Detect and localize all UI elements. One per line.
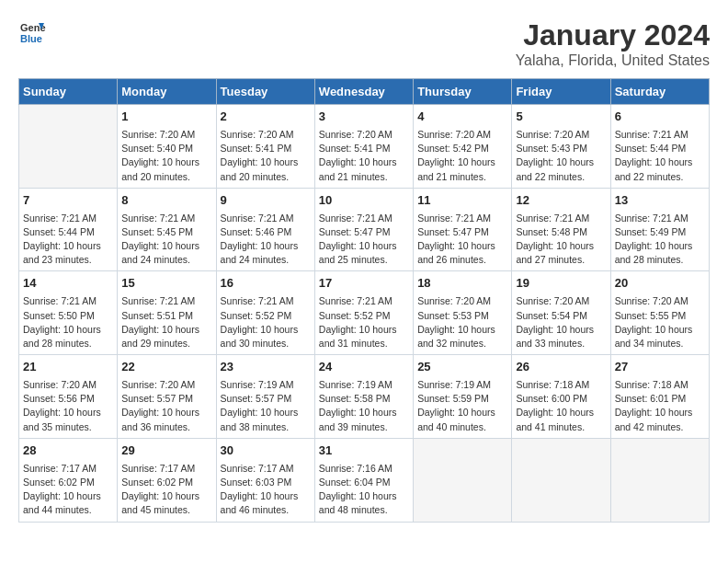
day-number: 16 bbox=[221, 275, 311, 293]
day-info: Sunrise: 7:19 AMSunset: 5:58 PMDaylight:… bbox=[319, 378, 409, 434]
day-info: Sunrise: 7:20 AMSunset: 5:41 PMDaylight:… bbox=[319, 128, 409, 184]
calendar-cell: 4Sunrise: 7:20 AMSunset: 5:42 PMDaylight… bbox=[414, 105, 512, 189]
day-number: 4 bbox=[417, 109, 507, 126]
calendar-cell: 28Sunrise: 7:17 AMSunset: 6:02 PMDayligh… bbox=[19, 438, 118, 522]
day-info: Sunrise: 7:17 AMSunset: 6:02 PMDaylight:… bbox=[23, 462, 113, 518]
calendar-cell: 13Sunrise: 7:21 AMSunset: 5:49 PMDayligh… bbox=[610, 188, 709, 271]
day-number: 23 bbox=[221, 359, 311, 376]
calendar-cell: 22Sunrise: 7:20 AMSunset: 5:57 PMDayligh… bbox=[118, 355, 216, 439]
calendar-header-row: SundayMondayTuesdayWednesdayThursdayFrid… bbox=[19, 79, 710, 105]
day-info: Sunrise: 7:19 AMSunset: 5:57 PMDaylight:… bbox=[221, 378, 311, 434]
calendar-cell: 6Sunrise: 7:21 AMSunset: 5:44 PMDaylight… bbox=[610, 105, 709, 189]
calendar-cell: 17Sunrise: 7:21 AMSunset: 5:52 PMDayligh… bbox=[314, 271, 413, 355]
day-info: Sunrise: 7:16 AMSunset: 6:04 PMDaylight:… bbox=[319, 462, 409, 518]
day-info: Sunrise: 7:21 AMSunset: 5:45 PMDaylight:… bbox=[121, 212, 211, 268]
calendar-cell: 31Sunrise: 7:16 AMSunset: 6:04 PMDayligh… bbox=[314, 438, 413, 522]
calendar-cell: 12Sunrise: 7:21 AMSunset: 5:48 PMDayligh… bbox=[512, 188, 610, 271]
day-info: Sunrise: 7:20 AMSunset: 5:53 PMDaylight:… bbox=[417, 294, 507, 350]
calendar-cell: 14Sunrise: 7:21 AMSunset: 5:50 PMDayligh… bbox=[19, 271, 118, 355]
day-info: Sunrise: 7:20 AMSunset: 5:42 PMDaylight:… bbox=[417, 128, 507, 184]
day-info: Sunrise: 7:20 AMSunset: 5:40 PMDaylight:… bbox=[121, 128, 211, 184]
day-info: Sunrise: 7:18 AMSunset: 6:00 PMDaylight:… bbox=[516, 378, 606, 434]
day-number: 2 bbox=[221, 109, 311, 126]
day-number: 5 bbox=[516, 109, 606, 126]
day-info: Sunrise: 7:21 AMSunset: 5:44 PMDaylight:… bbox=[23, 212, 113, 268]
calendar-cell: 25Sunrise: 7:19 AMSunset: 5:59 PMDayligh… bbox=[414, 355, 512, 439]
calendar-cell: 2Sunrise: 7:20 AMSunset: 5:41 PMDaylight… bbox=[216, 105, 314, 189]
calendar-cell bbox=[414, 438, 512, 522]
day-number: 29 bbox=[121, 442, 211, 460]
title-block: January 2024 Yalaha, Florida, United Sta… bbox=[516, 18, 710, 69]
calendar-cell: 15Sunrise: 7:21 AMSunset: 5:51 PMDayligh… bbox=[118, 271, 216, 355]
calendar-cell: 23Sunrise: 7:19 AMSunset: 5:57 PMDayligh… bbox=[216, 355, 314, 439]
day-number: 22 bbox=[121, 359, 211, 376]
day-info: Sunrise: 7:17 AMSunset: 6:03 PMDaylight:… bbox=[221, 462, 311, 518]
calendar-cell: 5Sunrise: 7:20 AMSunset: 5:43 PMDaylight… bbox=[512, 105, 610, 189]
day-info: Sunrise: 7:21 AMSunset: 5:52 PMDaylight:… bbox=[221, 294, 311, 350]
day-number: 11 bbox=[417, 192, 507, 210]
day-number: 17 bbox=[319, 275, 409, 293]
day-number: 25 bbox=[417, 359, 507, 376]
day-number: 8 bbox=[121, 192, 211, 210]
day-info: Sunrise: 7:20 AMSunset: 5:56 PMDaylight:… bbox=[23, 378, 113, 434]
calendar-cell: 3Sunrise: 7:20 AMSunset: 5:41 PMDaylight… bbox=[314, 105, 413, 189]
svg-text:Blue: Blue bbox=[20, 33, 42, 44]
day-number: 14 bbox=[23, 275, 113, 293]
page-header: General Blue January 2024 Yalaha, Florid… bbox=[18, 18, 710, 69]
calendar-title: January 2024 bbox=[516, 18, 710, 52]
day-number: 15 bbox=[121, 275, 211, 293]
header-wednesday: Wednesday bbox=[314, 79, 413, 105]
day-number: 7 bbox=[23, 192, 113, 210]
header-tuesday: Tuesday bbox=[216, 79, 314, 105]
day-info: Sunrise: 7:20 AMSunset: 5:57 PMDaylight:… bbox=[121, 378, 211, 434]
header-friday: Friday bbox=[512, 79, 610, 105]
calendar-cell: 21Sunrise: 7:20 AMSunset: 5:56 PMDayligh… bbox=[19, 355, 118, 439]
calendar-table: SundayMondayTuesdayWednesdayThursdayFrid… bbox=[18, 78, 710, 523]
day-number: 9 bbox=[221, 192, 311, 210]
calendar-cell: 20Sunrise: 7:20 AMSunset: 5:55 PMDayligh… bbox=[610, 271, 709, 355]
day-info: Sunrise: 7:21 AMSunset: 5:49 PMDaylight:… bbox=[615, 212, 705, 268]
calendar-cell: 29Sunrise: 7:17 AMSunset: 6:02 PMDayligh… bbox=[118, 438, 216, 522]
day-number: 3 bbox=[319, 109, 409, 126]
day-number: 19 bbox=[516, 275, 606, 293]
day-number: 31 bbox=[319, 442, 409, 460]
day-info: Sunrise: 7:18 AMSunset: 6:01 PMDaylight:… bbox=[615, 378, 705, 434]
day-number: 1 bbox=[121, 109, 211, 126]
calendar-cell bbox=[610, 438, 709, 522]
day-number: 13 bbox=[615, 192, 705, 210]
day-info: Sunrise: 7:17 AMSunset: 6:02 PMDaylight:… bbox=[121, 462, 211, 518]
day-info: Sunrise: 7:21 AMSunset: 5:46 PMDaylight:… bbox=[221, 212, 311, 268]
day-number: 27 bbox=[615, 359, 705, 376]
day-info: Sunrise: 7:21 AMSunset: 5:47 PMDaylight:… bbox=[319, 212, 409, 268]
day-number: 20 bbox=[615, 275, 705, 293]
calendar-subtitle: Yalaha, Florida, United States bbox=[516, 52, 710, 69]
calendar-cell: 16Sunrise: 7:21 AMSunset: 5:52 PMDayligh… bbox=[216, 271, 314, 355]
calendar-week-row: 14Sunrise: 7:21 AMSunset: 5:50 PMDayligh… bbox=[19, 271, 710, 355]
day-info: Sunrise: 7:20 AMSunset: 5:41 PMDaylight:… bbox=[221, 128, 311, 184]
day-info: Sunrise: 7:20 AMSunset: 5:54 PMDaylight:… bbox=[516, 294, 606, 350]
calendar-cell: 24Sunrise: 7:19 AMSunset: 5:58 PMDayligh… bbox=[314, 355, 413, 439]
day-info: Sunrise: 7:19 AMSunset: 5:59 PMDaylight:… bbox=[417, 378, 507, 434]
logo: General Blue bbox=[18, 18, 46, 46]
calendar-cell: 30Sunrise: 7:17 AMSunset: 6:03 PMDayligh… bbox=[216, 438, 314, 522]
day-number: 6 bbox=[615, 109, 705, 126]
day-info: Sunrise: 7:21 AMSunset: 5:51 PMDaylight:… bbox=[121, 294, 211, 350]
calendar-week-row: 1Sunrise: 7:20 AMSunset: 5:40 PMDaylight… bbox=[19, 105, 710, 189]
day-info: Sunrise: 7:21 AMSunset: 5:50 PMDaylight:… bbox=[23, 294, 113, 350]
header-thursday: Thursday bbox=[414, 79, 512, 105]
day-number: 30 bbox=[221, 442, 311, 460]
day-info: Sunrise: 7:21 AMSunset: 5:47 PMDaylight:… bbox=[417, 212, 507, 268]
logo-icon: General Blue bbox=[18, 18, 46, 46]
calendar-cell: 10Sunrise: 7:21 AMSunset: 5:47 PMDayligh… bbox=[314, 188, 413, 271]
day-info: Sunrise: 7:21 AMSunset: 5:52 PMDaylight:… bbox=[319, 294, 409, 350]
calendar-cell: 19Sunrise: 7:20 AMSunset: 5:54 PMDayligh… bbox=[512, 271, 610, 355]
calendar-cell bbox=[19, 105, 118, 189]
calendar-cell: 18Sunrise: 7:20 AMSunset: 5:53 PMDayligh… bbox=[414, 271, 512, 355]
calendar-week-row: 7Sunrise: 7:21 AMSunset: 5:44 PMDaylight… bbox=[19, 188, 710, 271]
calendar-cell bbox=[512, 438, 610, 522]
day-info: Sunrise: 7:21 AMSunset: 5:44 PMDaylight:… bbox=[615, 128, 705, 184]
header-monday: Monday bbox=[118, 79, 216, 105]
calendar-cell: 8Sunrise: 7:21 AMSunset: 5:45 PMDaylight… bbox=[118, 188, 216, 271]
header-sunday: Sunday bbox=[19, 79, 118, 105]
header-saturday: Saturday bbox=[610, 79, 709, 105]
